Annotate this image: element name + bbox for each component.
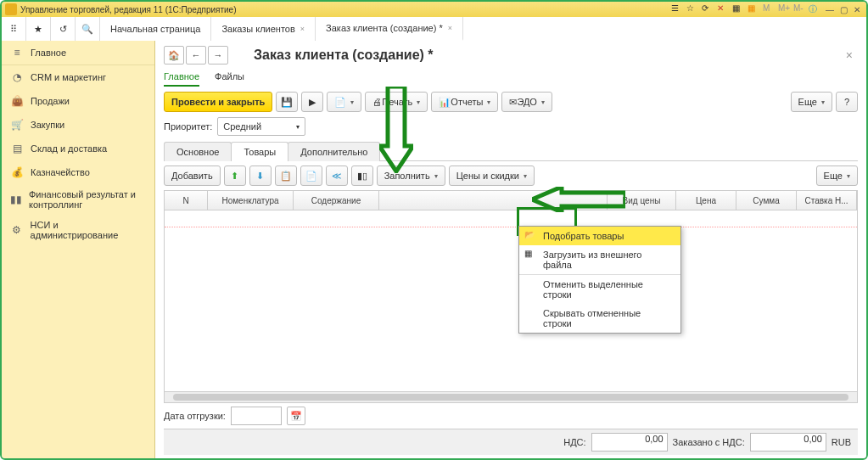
annotation-arrow-down [379, 87, 413, 173]
toolbar-icon[interactable]: ▦ [732, 3, 744, 15]
nds-label: НДС: [563, 437, 585, 447]
subtab-main[interactable]: Главное [164, 71, 199, 87]
toolbar-icon[interactable]: ✕ [717, 3, 729, 15]
share-button[interactable]: ≪ [326, 165, 348, 186]
sidebar-item-finance[interactable]: ▮▮Финансовый результат и контроллинг [2, 184, 154, 215]
sidebar-item-treasury[interactable]: 💰Казначейство [2, 160, 154, 184]
bag-icon: 👜 [10, 94, 24, 108]
row-more-button[interactable]: Еще▾ [816, 165, 858, 186]
history-icon[interactable]: ↺ [51, 17, 76, 41]
apps-icon[interactable]: ⠿ [2, 17, 26, 41]
menu-icon: ≡ [10, 46, 24, 59]
calendar-button[interactable]: 📅 [287, 407, 305, 425]
edo-button[interactable]: ✉ ЭДО▾ [501, 92, 552, 112]
post-button[interactable]: ▶ [301, 92, 323, 112]
goods-grid[interactable]: N Номенклатура Содержание Вид цены Цена … [164, 190, 858, 403]
toolbar-icon[interactable]: ⟳ [702, 3, 714, 15]
sidebar-item-sales[interactable]: 👜Продажи [2, 89, 154, 113]
home-button[interactable]: 🏠 [164, 46, 184, 65]
bars-icon: ▮▮ [10, 193, 22, 206]
folder-icon: 📂 [524, 230, 536, 242]
sidebar-item-purchase[interactable]: 🛒Закупки [2, 113, 154, 137]
main-content: 🏠 ← → Заказ клиента (создание) * × Главн… [155, 41, 866, 458]
top-nav: ⠿ ★ ↺ 🔍 Начальная страница Заказы клиент… [2, 17, 866, 42]
forward-button[interactable]: → [208, 46, 228, 65]
col-vat[interactable]: Ставка Н... [797, 191, 857, 210]
subtab-files[interactable]: Файлы [215, 71, 244, 87]
file-icon: ▦ [524, 249, 536, 261]
priority-label: Приоритет: [164, 121, 212, 132]
gear-icon: ⚙ [10, 223, 24, 237]
toolbar-icon[interactable]: M [763, 3, 775, 15]
prices-button[interactable]: Цены и скидки▾ [449, 165, 535, 186]
paste-button[interactable]: 📄 [300, 165, 322, 186]
fill-menu: 📂Подобрать товары ▦Загрузить из внешнего… [518, 226, 681, 334]
copy-button[interactable]: 📋 [275, 165, 297, 186]
post-and-close-button[interactable]: Провести и закрыть [164, 92, 272, 112]
col-n[interactable]: N [165, 191, 208, 210]
close-icon[interactable]: × [300, 25, 305, 33]
col-content[interactable]: Содержание [294, 191, 379, 210]
ship-label: Дата отгрузки: [164, 411, 226, 421]
save-button[interactable]: 💾 [276, 92, 298, 112]
sidebar: ≡Главное ◔CRM и маркетинг 👜Продажи 🛒Заку… [2, 41, 155, 458]
minimize-button[interactable]: — [824, 3, 836, 15]
toolbar-icon[interactable]: ☆ [686, 3, 698, 15]
sidebar-item-warehouse[interactable]: ▤Склад и доставка [2, 137, 154, 160]
maximize-button[interactable]: ▢ [837, 3, 849, 15]
total-label: Заказано с НДС: [673, 437, 745, 447]
annotation-arrow-left [532, 187, 625, 214]
window-titlebar: Управление торговлей, редакция 11 (1С:Пр… [2, 2, 866, 17]
more-button[interactable]: Еще▾ [791, 92, 832, 112]
back-button[interactable]: ← [186, 46, 206, 65]
move-up-button[interactable]: ⬆ [224, 165, 246, 186]
based-on-button[interactable]: 📄▾ [327, 92, 361, 112]
reports-button[interactable]: 📊 Отчеты▾ [431, 92, 498, 112]
help-icon[interactable]: ⓘ [809, 3, 820, 15]
h-scrollbar[interactable] [165, 391, 857, 402]
doc-tab-main[interactable]: Основное [164, 142, 232, 161]
toolbar-icon[interactable]: M+ [778, 3, 790, 15]
nds-value: 0,00 [591, 433, 668, 452]
toolbar-icon[interactable]: ▦ [748, 3, 759, 15]
close-button[interactable]: ✕ [851, 3, 863, 15]
col-nomenclature[interactable]: Номенклатура [208, 191, 294, 210]
tab-home[interactable]: Начальная страница [100, 17, 211, 41]
window-title: Управление торговлей, редакция 11 (1С:Пр… [20, 5, 237, 14]
page-title: Заказ клиента (создание) * [254, 48, 841, 63]
app-icon [5, 3, 17, 15]
menu-load-file[interactable]: ▦Загрузить из внешнего файла [519, 245, 680, 274]
menu-pick-goods[interactable]: 📂Подобрать товары [519, 227, 680, 245]
money-icon: 💰 [10, 165, 24, 179]
search-icon[interactable]: 🔍 [76, 17, 100, 41]
sidebar-item-crm[interactable]: ◔CRM и маркетинг [2, 65, 154, 89]
menu-hide-cancelled[interactable]: Скрывать отмененные строки [519, 304, 680, 333]
add-row-button[interactable]: Добавить [164, 165, 221, 186]
toolbar-icon[interactable]: ☰ [671, 3, 683, 15]
priority-select[interactable]: Средний▾ [217, 117, 305, 136]
cart-icon: 🛒 [10, 118, 24, 132]
close-icon[interactable]: × [448, 24, 452, 32]
barcode-button[interactable]: ▮▯ [351, 165, 373, 186]
sidebar-item-main[interactable]: ≡Главное [2, 41, 154, 65]
ship-date-input[interactable] [231, 407, 282, 425]
star-icon[interactable]: ★ [26, 17, 51, 41]
currency: RUB [832, 437, 851, 447]
col-price[interactable]: Цена [676, 191, 736, 210]
total-value: 0,00 [750, 433, 826, 452]
toolbar-icon[interactable]: M- [793, 3, 805, 15]
tab-orders[interactable]: Заказы клиентов× [211, 17, 316, 41]
col-sum[interactable]: Сумма [736, 191, 797, 210]
menu-cancel-rows[interactable]: Отменить выделенные строки [519, 274, 680, 304]
move-down-button[interactable]: ⬇ [249, 165, 272, 186]
doc-tab-extra[interactable]: Дополнительно [288, 142, 380, 161]
tab-order-create[interactable]: Заказ клиента (создание) *× [316, 17, 463, 41]
sidebar-item-nsi[interactable]: ⚙НСИ и администрирование [2, 215, 154, 245]
doc-tab-goods[interactable]: Товары [231, 142, 288, 161]
chart-icon: ◔ [10, 70, 24, 84]
boxes-icon: ▤ [10, 142, 24, 155]
help-button[interactable]: ? [836, 92, 858, 112]
close-page-button[interactable]: × [841, 47, 858, 64]
